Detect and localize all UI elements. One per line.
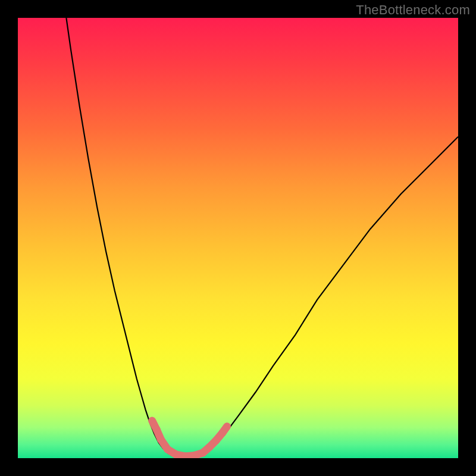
plot-area	[18, 18, 458, 458]
chart-frame: TheBottleneck.com	[0, 0, 476, 476]
segment-group	[152, 421, 227, 456]
watermark-text: TheBottleneck.com	[356, 2, 470, 18]
right-curve	[203, 137, 458, 454]
curve-layer	[18, 18, 458, 458]
left-curve	[66, 18, 172, 456]
segment-piece	[223, 427, 227, 433]
